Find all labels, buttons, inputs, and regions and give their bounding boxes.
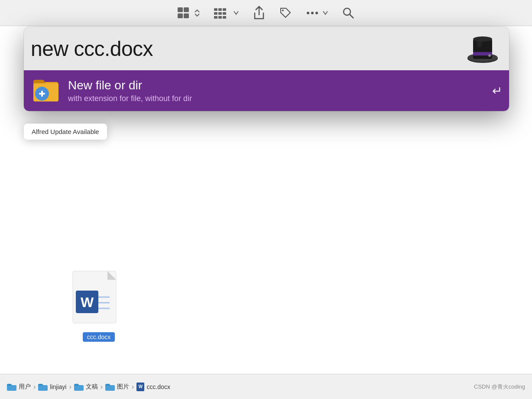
result-title: New file or dir xyxy=(68,78,492,92)
result-icon-wrapper xyxy=(31,75,61,106)
breadcrumb: 用户 › linjiayi › 文稿 › 图片 xyxy=(7,383,170,391)
breadcrumb-label-root: 用户 xyxy=(19,383,31,391)
svg-point-33 xyxy=(477,39,482,48)
svg-rect-40 xyxy=(7,385,16,391)
alfred-result[interactable]: New file or dir with extension for file,… xyxy=(24,70,509,111)
grid2-icon[interactable] xyxy=(214,7,230,19)
svg-rect-43 xyxy=(105,385,115,391)
alfred-overlay: New file or dir with extension for file,… xyxy=(24,27,509,111)
grid-icon[interactable] xyxy=(178,7,191,19)
docs-folder-icon xyxy=(74,383,84,391)
breadcrumb-label-docs: 文稿 xyxy=(86,383,98,391)
enter-icon: ↵ xyxy=(492,84,502,98)
svg-point-15 xyxy=(311,12,314,14)
chevron-down2-icon[interactable] xyxy=(322,9,328,17)
breadcrumb-label-user: linjiayi xyxy=(50,383,66,390)
chevron-updown-icon[interactable] xyxy=(194,9,200,17)
svg-rect-11 xyxy=(218,16,222,19)
new-file-icon xyxy=(32,75,59,106)
breadcrumb-sep-3: › xyxy=(101,383,103,391)
breadcrumb-sep-1: › xyxy=(33,383,36,391)
svg-rect-3 xyxy=(184,13,189,18)
mac-toolbar xyxy=(0,0,532,26)
toolbar-left-section xyxy=(178,7,200,19)
svg-rect-41 xyxy=(38,385,48,391)
toolbar-share-section xyxy=(253,6,265,20)
svg-rect-7 xyxy=(214,12,217,15)
csdn-credit: CSDN @青火coding xyxy=(474,383,525,391)
breadcrumb-item-file: W ccc.docx xyxy=(136,383,170,391)
svg-rect-6 xyxy=(223,8,226,11)
toolbar-search-section xyxy=(342,7,354,19)
svg-point-31 xyxy=(473,36,492,42)
result-text: New file or dir with extension for file,… xyxy=(68,78,492,103)
pics-folder-icon xyxy=(105,383,115,391)
more-icon[interactable] xyxy=(306,9,319,17)
alfred-logo xyxy=(463,29,502,68)
svg-rect-2 xyxy=(178,13,183,18)
user-folder-icon xyxy=(38,383,48,391)
toolbar-more-section xyxy=(306,9,328,17)
svg-rect-9 xyxy=(223,12,226,15)
update-text: Alfred Update Available xyxy=(32,128,99,135)
svg-rect-39 xyxy=(41,91,43,97)
breadcrumb-label-pics: 图片 xyxy=(117,383,129,391)
file-label: ccc.docx xyxy=(83,332,115,342)
svg-rect-4 xyxy=(214,8,217,11)
svg-point-16 xyxy=(315,12,318,14)
svg-text:W: W xyxy=(81,294,94,310)
breadcrumb-label-file: ccc.docx xyxy=(146,383,170,390)
word-icon-sm: W xyxy=(136,383,144,391)
svg-rect-1 xyxy=(184,7,189,12)
breadcrumb-item-user: linjiayi xyxy=(38,383,66,391)
svg-point-17 xyxy=(344,8,350,15)
alfred-hat-icon xyxy=(464,30,501,67)
result-subtitle: with extension for file, without for dir xyxy=(68,94,492,103)
toolbar-grid-section xyxy=(214,7,239,19)
share-icon[interactable] xyxy=(253,6,265,20)
file-item[interactable]: W ccc.docx xyxy=(68,269,129,342)
tag-icon[interactable] xyxy=(279,7,292,20)
breadcrumb-item-docs: 文稿 xyxy=(74,383,98,391)
svg-rect-42 xyxy=(74,385,84,391)
svg-point-13 xyxy=(282,10,284,11)
svg-rect-10 xyxy=(214,16,217,19)
svg-rect-5 xyxy=(218,8,222,11)
alfred-window: New file or dir with extension for file,… xyxy=(24,27,509,111)
update-notification[interactable]: Alfred Update Available xyxy=(24,124,107,140)
search-icon[interactable] xyxy=(342,7,354,19)
svg-rect-8 xyxy=(218,12,222,15)
svg-point-34 xyxy=(488,54,491,57)
breadcrumb-item-pics: 图片 xyxy=(105,383,129,391)
svg-rect-0 xyxy=(178,7,183,12)
svg-line-18 xyxy=(350,14,354,18)
breadcrumb-sep-2: › xyxy=(69,383,71,391)
svg-point-14 xyxy=(307,12,309,14)
chevron-down-icon[interactable] xyxy=(233,9,239,17)
status-bar: 用户 › linjiayi › 文稿 › 图片 xyxy=(0,374,532,399)
home-folder-icon xyxy=(7,383,16,391)
svg-rect-12 xyxy=(223,16,226,19)
alfred-search-bar xyxy=(24,27,509,70)
breadcrumb-sep-4: › xyxy=(132,383,134,391)
word-file-icon: W xyxy=(71,269,127,330)
toolbar-tag-section xyxy=(279,7,292,20)
breadcrumb-item-root: 用户 xyxy=(7,383,31,391)
alfred-search-input[interactable] xyxy=(31,37,463,61)
